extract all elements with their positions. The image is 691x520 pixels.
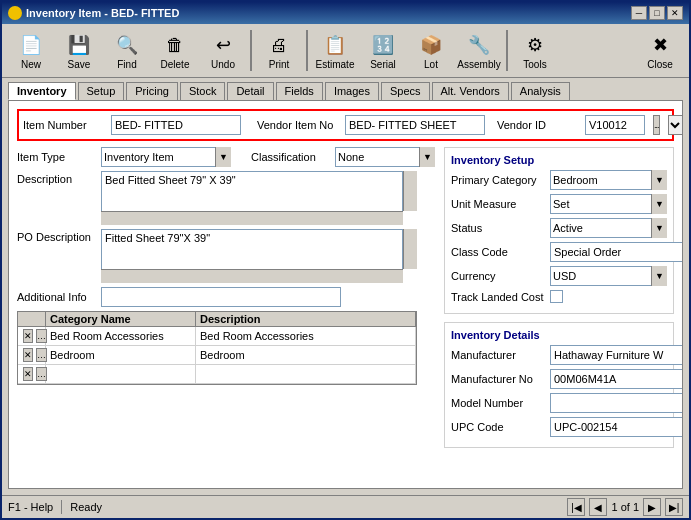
grid-row-1-category[interactable]: Bed Room Accessories	[46, 327, 196, 345]
description-scrollbar-v[interactable]	[403, 171, 417, 211]
upc-code-label: UPC Code	[451, 421, 546, 433]
delete-button[interactable]: 🗑 Delete	[152, 28, 198, 73]
prev-record-button[interactable]: ◀	[589, 498, 607, 516]
vendor-id-dropdown[interactable]	[668, 115, 683, 135]
status-row: Status Active ▼	[451, 218, 667, 238]
tab-images[interactable]: Images	[325, 82, 379, 100]
tab-fields[interactable]: Fields	[276, 82, 323, 100]
tab-analysis[interactable]: Analysis	[511, 82, 570, 100]
new-button[interactable]: 📄 New	[8, 28, 54, 73]
vendor-id-label: Vendor ID	[497, 119, 577, 131]
item-number-section: Item Number BED- FITTED Vendor Item No V…	[17, 109, 674, 141]
track-landed-cost-row: Track Landed Cost	[451, 290, 667, 303]
table-row: ✕ …	[18, 365, 416, 384]
tab-setup[interactable]: Setup	[78, 82, 125, 100]
close-button[interactable]: ✕	[667, 6, 683, 20]
item-number-input[interactable]: BED- FITTED	[111, 115, 241, 135]
print-icon: 🖨	[265, 31, 293, 59]
find-button[interactable]: 🔍 Find	[104, 28, 150, 73]
minimize-button[interactable]: ─	[631, 6, 647, 20]
vendor-id-input[interactable]	[585, 115, 645, 135]
grid-header: Category Name Description	[18, 312, 416, 327]
grid-row-3-actions: ✕ …	[18, 365, 46, 383]
model-number-input[interactable]	[550, 393, 683, 413]
lot-icon: 📦	[417, 31, 445, 59]
unit-measure-select[interactable]: Set	[550, 194, 667, 214]
status-label: Status	[451, 222, 546, 234]
tab-alt-vendors[interactable]: Alt. Vendors	[432, 82, 509, 100]
additional-info-input[interactable]	[101, 287, 341, 307]
tab-specs[interactable]: Specs	[381, 82, 430, 100]
po-description-scrollbar-v[interactable]	[403, 229, 417, 269]
close-icon: ✖	[646, 31, 674, 59]
left-panel: Item Type Inventory Item ▼ Classificatio…	[17, 147, 436, 448]
manufacturer-no-label: Manufacturer No	[451, 373, 546, 385]
track-landed-cost-checkbox[interactable]	[550, 290, 563, 303]
additional-info-row: Additional Info	[17, 287, 436, 307]
assembly-button[interactable]: 🔧 Assembly	[456, 28, 502, 73]
main-content: Item Number BED- FITTED Vendor Item No V…	[8, 100, 683, 489]
model-number-label: Model Number	[451, 397, 546, 409]
track-landed-cost-label: Track Landed Cost	[451, 291, 546, 303]
item-number-label: Item Number	[23, 119, 103, 131]
item-type-label: Item Type	[17, 151, 97, 163]
grid-header-description: Description	[196, 312, 416, 326]
grid-row-3-delete[interactable]: ✕	[23, 367, 33, 381]
status-bar: F1 - Help Ready |◀ ◀ 1 of 1 ▶ ▶|	[2, 495, 689, 518]
classification-select[interactable]: None	[335, 147, 435, 167]
item-type-row: Item Type Inventory Item ▼ Classificatio…	[17, 147, 436, 167]
upc-code-row: UPC Code	[451, 417, 667, 437]
status-right: |◀ ◀ 1 of 1 ▶ ▶|	[567, 498, 683, 516]
print-button[interactable]: 🖨 Print	[256, 28, 302, 73]
tab-inventory[interactable]: Inventory	[8, 82, 76, 100]
delete-icon: 🗑	[161, 31, 189, 59]
grid-row-2-description[interactable]: Bedroom	[196, 346, 416, 364]
category-grid: Category Name Description ✕ … Bed Room A…	[17, 311, 417, 385]
manufacturer-input[interactable]	[550, 345, 683, 365]
grid-header-actions	[18, 312, 46, 326]
next-record-button[interactable]: ▶	[643, 498, 661, 516]
upc-code-input[interactable]	[550, 417, 683, 437]
undo-button[interactable]: ↩ Undo	[200, 28, 246, 73]
page-number: 1 of 1	[611, 501, 639, 513]
find-icon: 🔍	[113, 31, 141, 59]
po-description-row: PO Description Fitted Sheet 79"X 39"	[17, 229, 436, 283]
vendor-id-browse-button[interactable]: ...	[653, 115, 660, 135]
first-record-button[interactable]: |◀	[567, 498, 585, 516]
help-text: F1 - Help	[8, 501, 53, 513]
grid-row-1-description[interactable]: Bed Room Accessories	[196, 327, 416, 345]
last-record-button[interactable]: ▶|	[665, 498, 683, 516]
inventory-setup-title: Inventory Setup	[451, 154, 667, 166]
class-code-label: Class Code	[451, 246, 546, 258]
item-type-select[interactable]: Inventory Item	[101, 147, 231, 167]
description-wrapper: Bed Fitted Sheet 79" X 39"	[101, 171, 417, 225]
vendor-item-no-input[interactable]	[345, 115, 485, 135]
assembly-icon: 🔧	[465, 31, 493, 59]
status-select[interactable]: Active	[550, 218, 667, 238]
manufacturer-no-input[interactable]	[550, 369, 683, 389]
grid-row-3-description[interactable]	[196, 365, 416, 383]
description-scrollbar-h[interactable]	[101, 211, 403, 225]
tab-detail[interactable]: Detail	[227, 82, 273, 100]
close-toolbar-button[interactable]: ✖ Close	[637, 28, 683, 73]
right-panel: Inventory Setup Primary Category Bedroom…	[444, 147, 674, 448]
serial-button[interactable]: 🔢 Serial	[360, 28, 406, 73]
estimate-button[interactable]: 📋 Estimate	[312, 28, 358, 73]
primary-category-select[interactable]: Bedroom	[550, 170, 667, 190]
grid-row-2-category[interactable]: Bedroom	[46, 346, 196, 364]
model-number-row: Model Number	[451, 393, 667, 413]
save-button[interactable]: 💾 Save	[56, 28, 102, 73]
lot-button[interactable]: 📦 Lot	[408, 28, 454, 73]
class-code-input[interactable]	[550, 242, 683, 262]
toolbar: 📄 New 💾 Save 🔍 Find 🗑 Delete ↩ Undo 🖨 Pr…	[2, 24, 689, 78]
grid-row-2-delete[interactable]: ✕	[23, 348, 33, 362]
grid-row-3-category[interactable]	[46, 365, 196, 383]
tools-button[interactable]: ⚙ Tools	[512, 28, 558, 73]
primary-category-row: Primary Category Bedroom ▼	[451, 170, 667, 190]
currency-select[interactable]: USD	[550, 266, 667, 286]
po-description-scrollbar-h[interactable]	[101, 269, 403, 283]
maximize-button[interactable]: □	[649, 6, 665, 20]
tab-pricing[interactable]: Pricing	[126, 82, 178, 100]
grid-row-1-delete[interactable]: ✕	[23, 329, 33, 343]
tab-stock[interactable]: Stock	[180, 82, 226, 100]
